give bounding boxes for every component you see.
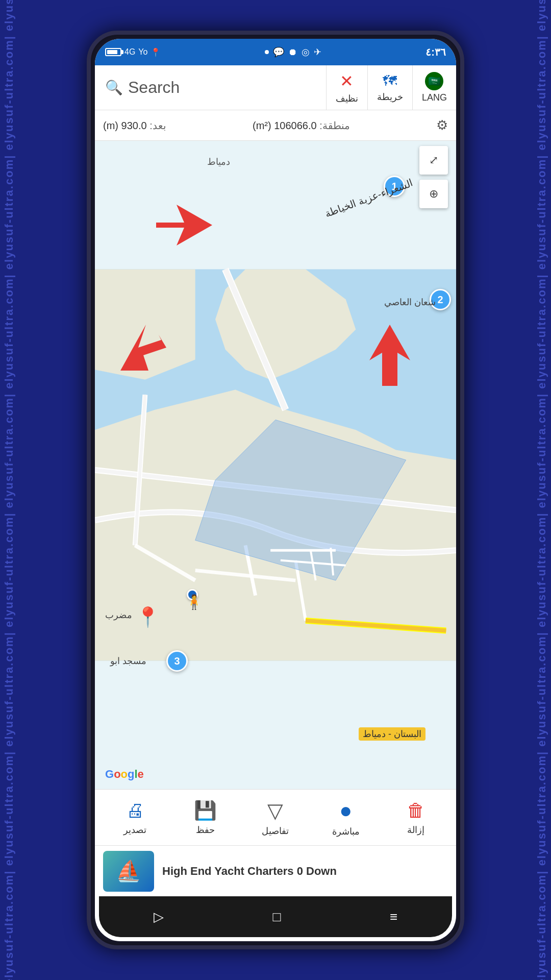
save-icon: 💾 (194, 800, 217, 821)
save-button[interactable]: 💾 حفظ (170, 800, 241, 836)
gear-icon[interactable]: ⚙ (436, 117, 448, 133)
trash-icon: 🗑 (407, 800, 425, 821)
map-area[interactable]: ⤢ ⊕ 1 2 3 الشعراء-عزبة الخياطة دمياط (95, 141, 456, 789)
dot-icon (265, 50, 269, 54)
map-svg (95, 141, 456, 789)
home-button[interactable]: □ (273, 909, 281, 925)
search-icon: 🔍 (105, 79, 123, 96)
status-time: ٤:٣٦ (425, 46, 446, 58)
messenger-icon: 💬 (273, 46, 284, 58)
expand-icon: ⤢ (429, 154, 438, 167)
phone-frame: 4G Yo 📍 💬 ⏺ ◎ ✈ ٤:٣٦ 🔍 Search ✕ (87, 31, 464, 949)
ad-banner[interactable]: ⛵ High End Yacht Charters 0 Down (95, 845, 456, 896)
ad-text: High End Yacht Charters 0 Down (162, 865, 337, 878)
clean-button[interactable]: ✕ نظيف (327, 65, 368, 110)
screen: 4G Yo 📍 💬 ⏺ ◎ ✈ ٤:٣٦ 🔍 Search ✕ (95, 39, 456, 941)
marker-3[interactable]: 3 (166, 650, 188, 672)
map-label-masjid: مسجد ابو (110, 655, 146, 667)
watermark-right: elyusuf-ultra.com| elyusuf-ultra.com| el… (535, 5, 548, 980)
location-button[interactable]: ⊕ (419, 180, 448, 208)
battery-icon (105, 48, 121, 56)
map-label-madrob: مضرب (105, 609, 132, 621)
search-area[interactable]: 🔍 Search (95, 65, 327, 110)
lang-label: LANG (422, 92, 447, 103)
area-value: 106066.0 (m²) (253, 120, 317, 131)
marker-3-label: 3 (174, 655, 180, 667)
status-center-icons: 💬 ⏺ ◎ ✈ (265, 46, 321, 58)
ad-image: ⛵ (103, 851, 154, 892)
expand-button[interactable]: ⤢ (419, 146, 448, 175)
area-label: منطقة: (319, 120, 350, 131)
remove-label: إزالة (407, 824, 424, 836)
details-label: تفاصيل (262, 825, 289, 837)
lang-flag: 🇸🇦 (425, 72, 443, 90)
status-bar: 4G Yo 📍 💬 ⏺ ◎ ✈ ٤:٣٦ (95, 39, 456, 65)
location-icon: 📍 (151, 47, 161, 57)
marker-2-label: 2 (437, 294, 443, 306)
signal-4g: 4G (124, 47, 135, 57)
watermark-left: elyusuf-ultra.com| elyusuf-ultra.com| el… (3, 5, 16, 980)
area-info: منطقة: 106066.0 (m²) (253, 119, 350, 132)
clean-label: نظيف (336, 93, 358, 104)
export-label: تصدير (123, 824, 146, 836)
circle-icon: ● (339, 798, 352, 823)
signal-yo: Yo (138, 47, 147, 57)
distance-info: بعد: 930.0 (m) (103, 119, 166, 132)
crosshair-icon: ⊕ (429, 187, 438, 201)
remove-button[interactable]: 🗑 إزالة (381, 800, 451, 836)
nav-bar: ▷ □ ≡ (99, 896, 452, 937)
map-label-damietta: دمياط (207, 156, 230, 167)
lang-button[interactable]: 🇸🇦 LANG (413, 65, 456, 110)
toolbar-actions: ✕ نظيف 🗺 خريطة 🇸🇦 LANG (327, 65, 456, 110)
close-icon: ✕ (340, 71, 354, 91)
svg-marker-3 (95, 270, 195, 380)
distance-label: بعد: (149, 120, 166, 131)
menu-button[interactable]: ≡ (390, 909, 397, 925)
direct-button[interactable]: ● مباشرة (311, 798, 381, 837)
map-label-bustan: البستان - دمياط (359, 727, 425, 741)
map-button[interactable]: 🗺 خريطة (368, 65, 413, 110)
triangle-icon: ▽ (267, 799, 283, 822)
google-watermark: Google (105, 768, 144, 781)
telegram-icon: ✈ (314, 46, 321, 58)
info-bar: ⚙ منطقة: 106066.0 (m²) بعد: 930.0 (m) (95, 110, 456, 141)
status-left: 4G Yo 📍 (105, 47, 161, 57)
instagram-icon: ◎ (302, 46, 310, 58)
map-icon: 🗺 (383, 72, 397, 89)
map-label: خريطة (377, 91, 403, 103)
record-icon: ⏺ (288, 47, 297, 58)
save-label: حفظ (196, 824, 215, 836)
distance-value: 930.0 (m) (103, 120, 147, 131)
map-label-shaan: شعان العاصي (384, 297, 436, 308)
back-button[interactable]: ▷ (154, 909, 164, 925)
direct-label: مباشرة (332, 826, 360, 837)
export-button[interactable]: 🖨 تصدير (100, 800, 170, 836)
print-icon: 🖨 (126, 800, 144, 821)
toolbar: 🔍 Search ✕ نظيف 🗺 خريطة 🇸🇦 LANG (95, 65, 456, 110)
map-controls: ⤢ ⊕ (419, 146, 448, 208)
details-button[interactable]: ▽ تفاصيل (240, 799, 311, 837)
bottom-toolbar: 🖨 تصدير 💾 حفظ ▽ تفاصيل ● مباشرة 🗑 إزالة (95, 789, 456, 845)
search-input[interactable]: Search (128, 78, 180, 97)
